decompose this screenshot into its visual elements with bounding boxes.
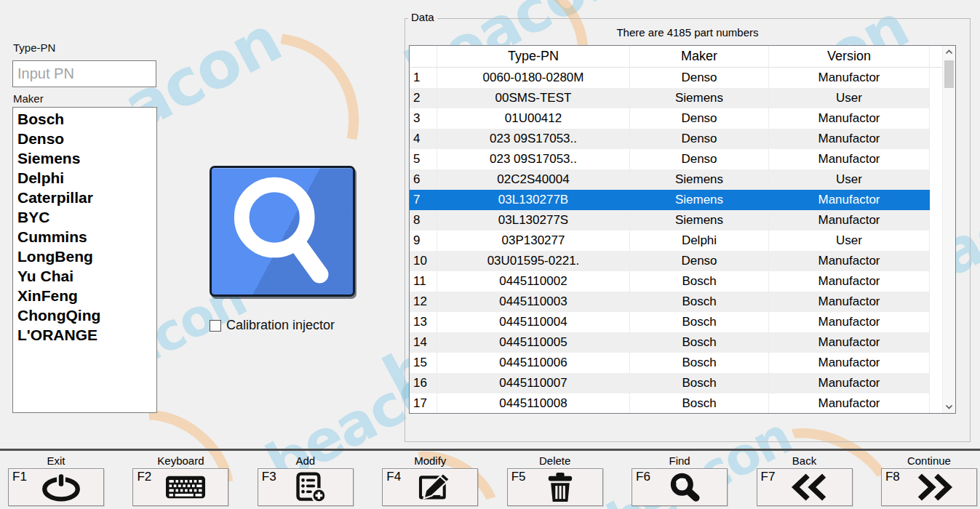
table-cell-filler [930,292,942,312]
chevron-up-icon[interactable] [943,46,955,58]
continue-button[interactable]: F8 [881,468,977,506]
scrollbar-thumb[interactable] [944,60,954,88]
table-row[interactable]: 200SMS-TESTSiemensUser [410,88,942,108]
table-row[interactable]: 703L130277BSiemensManufactor [410,190,942,210]
toolbar-label-modify: Modify [414,452,446,468]
table-row[interactable]: 1003U01595-0221.DensoManufactor [410,251,942,271]
table-cell: 03P130277 [437,231,630,251]
table-cell: Delphi [630,231,769,251]
table-cell-filler [930,88,942,108]
table-row[interactable]: 170445110008BoschManufactor [410,393,942,413]
table-row[interactable]: 160445110007BoschManufactor [410,373,942,393]
table-cell: Siemens [630,169,769,190]
table-cell: Manufactor [769,210,930,231]
delete-icon [546,472,574,502]
find-button[interactable]: F6 [632,468,728,506]
table-cell-filler [930,68,942,88]
table-row[interactable]: 803L130277SSiemensManufactor [410,210,942,231]
delete-button[interactable]: F5 [507,468,603,506]
table-cell: Siemens [630,190,769,210]
table-cell: Siemens [630,210,769,231]
table-cell: Denso [630,68,769,88]
checkbox-box-icon[interactable] [210,320,221,332]
table-cell: 2 [410,88,437,108]
toolbar-label-find: Find [669,452,690,468]
maker-item[interactable]: BYC [17,207,152,227]
maker-item[interactable]: XinFeng [17,286,152,305]
table-cell: Denso [630,129,769,149]
table-cell: 0060-0180-0280M [437,68,630,88]
maker-item[interactable]: Siemens [17,148,152,168]
fkey-label: F3 [262,470,276,484]
table-row[interactable]: 10060-0180-0280MDensoManufactor [410,68,942,88]
fkey-label: F7 [761,470,776,484]
maker-item[interactable]: Delphi [17,168,152,188]
table-cell: 17 [410,393,437,413]
table-row[interactable]: 301U00412DensoManufactor [410,108,942,129]
maker-item[interactable]: ChongQing [17,305,152,325]
table-cell: Bosch [630,353,769,373]
table-cell: Manufactor [769,68,930,88]
table-row[interactable]: 150445110006BoschManufactor [410,353,942,373]
table-cell: Denso [630,251,769,271]
table-cell: 1 [410,68,437,88]
table-cell: Denso [630,149,769,169]
maker-list[interactable]: BoschDensoSiemensDelphiCaterpillarBYCCum… [12,107,157,413]
part-number-input[interactable] [12,60,156,87]
keyboard-button[interactable]: F2 [132,468,228,506]
back-icon [789,473,830,502]
part-count-text: There are 4185 part numbers [405,26,970,39]
magnifier-icon [216,172,348,289]
table-row[interactable]: 5023 09S17053..DensoManufactor [410,149,942,169]
app-window: beaconbeaconbeaconbeaconbeaconbeaconbeac… [0,0,980,509]
table-cell: 0445110003 [437,292,630,312]
maker-item[interactable]: Bosch [17,109,152,129]
maker-item[interactable]: Yu Chai [17,266,152,286]
maker-item[interactable]: L'ORANGE [17,325,152,345]
maker-item[interactable]: LongBeng [17,247,152,266]
table-cell: Siemens [630,88,769,108]
table-cell: 12 [410,292,437,312]
fkey-label: F2 [137,470,151,484]
toolbar-label-delete: Delete [539,452,570,468]
vertical-scrollbar[interactable] [942,46,955,413]
table-cell: User [769,231,930,251]
table-cell: 10 [410,251,437,271]
power-icon [39,473,83,502]
maker-item[interactable]: Denso [17,129,152,148]
table-row[interactable]: 602C2S40004SiemensUser [410,169,942,190]
table-cell: 3 [410,108,437,129]
table-cell: 03L130277B [437,190,630,210]
add-icon [295,472,326,502]
table-row[interactable]: 110445110002BoschManufactor [410,271,942,292]
calibration-injector-checkbox[interactable]: Calibration injector [210,318,335,333]
maker-item[interactable]: Cummins [17,227,152,247]
table-cell [410,46,437,67]
table-cell: Manufactor [769,332,930,353]
table-cell: 0445110004 [437,312,630,332]
fkey-label: F4 [386,470,401,484]
table-row[interactable]: 903P130277DelphiUser [410,231,942,251]
add-button[interactable]: F3 [258,468,354,506]
fkey-label: F6 [636,470,650,484]
table-row[interactable]: 130445110004BoschManufactor [410,312,942,332]
table-cell: 03U01595-0221. [437,251,630,271]
table-row[interactable]: 140445110005BoschManufactor [410,332,942,353]
data-groupbox: Data There are 4185 part numbers Type-PN… [405,18,971,442]
table-cell-filler [930,149,942,169]
maker-item[interactable]: Caterpillar [17,188,152,207]
search-button[interactable] [210,166,355,297]
exit-button[interactable]: F1 [8,468,104,506]
toolbar-group-keyboard: KeyboardF2 [132,452,228,509]
table-cell: 14 [410,332,437,353]
table-cell: Bosch [630,393,769,413]
table-row[interactable]: 4023 09S17053..DensoManufactor [410,129,942,149]
modify-button[interactable]: F4 [382,468,478,506]
table-row[interactable]: 120445110003BoschManufactor [410,292,942,312]
keyboard-icon [164,474,207,500]
table-cell-filler [930,251,942,271]
table-cell: Manufactor [769,108,930,129]
chevron-down-icon[interactable] [943,401,955,413]
back-button[interactable]: F7 [757,468,853,506]
table-cell: 0445110006 [437,353,630,373]
